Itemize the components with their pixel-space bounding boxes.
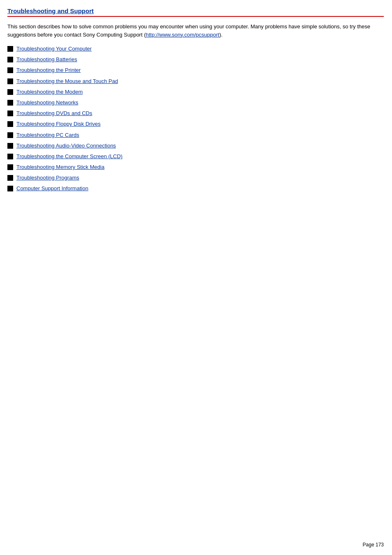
troubleshooting-link-8[interactable]: Troubleshooting PC Cards (16, 131, 79, 139)
bullet-icon (7, 111, 13, 116)
list-item: Troubleshooting Networks (7, 99, 384, 106)
sony-support-link[interactable]: http://www.sony.com/pcsupport (146, 32, 219, 38)
bullet-icon (7, 89, 13, 95)
list-item: Troubleshooting the Printer (7, 67, 384, 74)
troubleshooting-link-3[interactable]: Troubleshooting the Mouse and Touch Pad (16, 78, 118, 85)
page-container: Troubleshooting and Support This section… (0, 0, 392, 212)
list-item: Troubleshooting DVDs and CDs (7, 110, 384, 117)
bullet-icon (7, 175, 13, 181)
troubleshooting-link-10[interactable]: Troubleshooting the Computer Screen (LCD… (16, 153, 122, 160)
intro-paragraph: This section describes how to solve comm… (7, 23, 384, 39)
bullet-icon (7, 121, 13, 127)
list-item: Troubleshooting the Mouse and Touch Pad (7, 78, 384, 85)
bullet-icon (7, 186, 13, 191)
bullet-icon (7, 46, 13, 52)
bullet-icon (7, 164, 13, 170)
list-item: Troubleshooting PC Cards (7, 131, 384, 139)
list-item: Troubleshooting Programs (7, 174, 384, 182)
troubleshooting-link-12[interactable]: Troubleshooting Programs (16, 174, 79, 182)
list-item: Troubleshooting Memory Stick Media (7, 164, 384, 171)
bullet-icon (7, 57, 13, 62)
troubleshooting-link-11[interactable]: Troubleshooting Memory Stick Media (16, 164, 104, 171)
list-item: Troubleshooting the Modem (7, 88, 384, 96)
bullet-icon (7, 143, 13, 149)
bullet-icon (7, 132, 13, 138)
bullet-icon (7, 154, 13, 159)
troubleshooting-link-6[interactable]: Troubleshooting DVDs and CDs (16, 110, 92, 117)
list-item: Troubleshooting Batteries (7, 56, 384, 63)
list-item: Troubleshooting Audio-Video Connections (7, 142, 384, 150)
list-item: Computer Support Information (7, 185, 384, 192)
troubleshooting-link-7[interactable]: Troubleshooting Floppy Disk Drives (16, 120, 101, 128)
bullet-icon (7, 100, 13, 106)
troubleshooting-link-0[interactable]: Troubleshooting Your Computer (16, 45, 92, 53)
list-item: Troubleshooting Floppy Disk Drives (7, 120, 384, 128)
troubleshooting-link-list: Troubleshooting Your ComputerTroubleshoo… (7, 45, 384, 193)
list-item: Troubleshooting the Computer Screen (LCD… (7, 153, 384, 160)
bullet-icon (7, 78, 13, 84)
page-number: Page 173 (363, 542, 384, 548)
list-item: Troubleshooting Your Computer (7, 45, 384, 53)
troubleshooting-link-13[interactable]: Computer Support Information (16, 185, 88, 192)
troubleshooting-link-2[interactable]: Troubleshooting the Printer (16, 67, 81, 74)
page-title: Troubleshooting and Support (7, 7, 384, 19)
troubleshooting-link-5[interactable]: Troubleshooting Networks (16, 99, 78, 106)
troubleshooting-link-9[interactable]: Troubleshooting Audio-Video Connections (16, 142, 116, 150)
troubleshooting-link-1[interactable]: Troubleshooting Batteries (16, 56, 77, 63)
bullet-icon (7, 67, 13, 73)
troubleshooting-link-4[interactable]: Troubleshooting the Modem (16, 88, 83, 96)
